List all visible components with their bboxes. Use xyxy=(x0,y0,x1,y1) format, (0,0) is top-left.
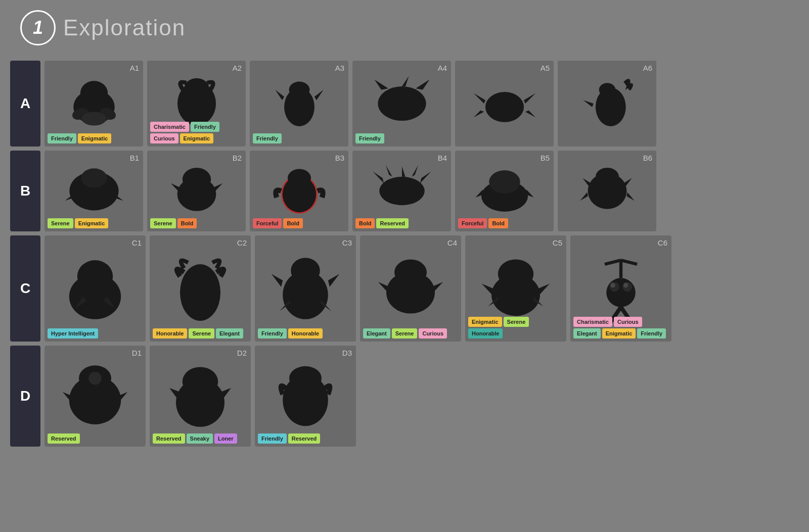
row-label-B: B xyxy=(10,151,40,231)
tag-friendly: Friendly xyxy=(355,133,384,143)
cell-A4[interactable]: A4Friendly xyxy=(352,61,451,147)
page-header: 1 Exploration xyxy=(20,10,799,45)
cell-D3[interactable]: D3FriendlyReserved xyxy=(255,346,356,447)
cell-A1[interactable]: A1FriendlyEnigmatic xyxy=(44,61,143,147)
tags-B4: BoldReserved xyxy=(355,218,409,228)
page-title: Exploration xyxy=(63,15,186,40)
svg-point-14 xyxy=(81,168,107,187)
step-number: 1 xyxy=(20,10,56,45)
svg-point-27 xyxy=(180,264,220,321)
creature-D3 xyxy=(255,346,356,447)
tag-honorable: Honorable xyxy=(468,328,503,338)
cell-C2[interactable]: C2HonorableSereneElegant xyxy=(150,235,251,342)
cell-C4[interactable]: C4ElegantSereneCurious xyxy=(360,235,461,342)
cell-B4[interactable]: B4BoldReserved xyxy=(352,151,451,231)
cell-C6[interactable]: C6CharismaticCuriousElegantEnigmaticFrie… xyxy=(570,235,671,342)
cell-C1[interactable]: C1Hyper Intelligent xyxy=(44,235,146,342)
cell-A3[interactable]: A3Friendly xyxy=(250,61,348,147)
cell-C5[interactable]: C5EnigmaticSereneHonorable xyxy=(465,235,566,342)
tags-A2: CharismaticFriendlyCuriousEnigmatic xyxy=(150,122,244,143)
cell-A2[interactable]: A2CharismaticFriendlyCuriousEnigmatic xyxy=(147,61,246,147)
cell-D2[interactable]: D2ReservedSneakyLoner xyxy=(150,346,251,447)
cell-B1[interactable]: B1SereneEnigmatic xyxy=(44,151,143,231)
cell-B3[interactable]: B3ForcefulBold xyxy=(250,151,348,231)
tags-B1: SereneEnigmatic xyxy=(48,218,108,228)
creature-C4 xyxy=(360,235,461,342)
creature-C2 xyxy=(150,235,251,342)
svg-point-31 xyxy=(394,259,427,285)
svg-point-33 xyxy=(498,259,533,288)
cell-B6[interactable]: B6 xyxy=(558,151,656,231)
svg-point-6 xyxy=(184,78,209,99)
creature-A6 xyxy=(558,61,656,147)
tag-honorable: Honorable xyxy=(153,328,187,338)
tag-serene: Serene xyxy=(504,317,529,327)
tags-B5: ForcefulBold xyxy=(458,218,508,228)
tag-sneaky: Sneaky xyxy=(187,433,213,444)
tags-C1: Hyper Intelligent xyxy=(48,328,98,338)
tag-bold: Bold xyxy=(283,218,302,228)
cell-A5[interactable]: A5 xyxy=(455,61,554,147)
creature-C3 xyxy=(255,235,356,342)
svg-point-1 xyxy=(80,81,107,106)
tag-enigmatic: Enigmatic xyxy=(75,218,109,228)
creature-A5 xyxy=(455,61,554,147)
cell-D1[interactable]: D1Reserved xyxy=(44,346,146,447)
row-label-C: C xyxy=(10,235,40,342)
svg-point-46 xyxy=(88,372,102,385)
tag-forceful: Forceful xyxy=(458,218,487,228)
cell-B5[interactable]: B5ForcefulBold xyxy=(455,151,554,231)
tag-serene: Serene xyxy=(189,328,214,338)
svg-line-41 xyxy=(621,260,637,264)
svg-point-38 xyxy=(623,283,628,288)
tag-honorable: Honorable xyxy=(288,328,323,338)
tags-A1: FriendlyEnigmatic xyxy=(48,133,111,143)
tags-C5: EnigmaticSereneHonorable xyxy=(468,317,564,338)
row-C: CC1Hyper IntelligentC2HonorableSereneEle… xyxy=(10,235,799,342)
svg-point-12 xyxy=(599,83,615,96)
svg-point-26 xyxy=(77,260,113,293)
creature-D2 xyxy=(150,346,251,447)
svg-point-48 xyxy=(183,367,218,396)
cell-C3[interactable]: C3FriendlyHonorable xyxy=(255,235,356,342)
tag-bold: Bold xyxy=(355,218,375,228)
tag-enigmatic: Enigmatic xyxy=(468,317,502,327)
svg-point-24 xyxy=(595,168,618,186)
svg-line-40 xyxy=(605,260,621,264)
tag-charismatic: Charismatic xyxy=(573,317,612,327)
row-B: BB1SereneEnigmaticB2SereneBoldB3Forceful… xyxy=(10,151,799,231)
tag-serene: Serene xyxy=(392,328,418,338)
tag-reserved: Reserved xyxy=(376,218,409,228)
row-label-A: A xyxy=(10,61,40,147)
svg-point-37 xyxy=(610,283,615,288)
tags-B3: ForcefulBold xyxy=(253,218,303,228)
exploration-grid: AA1FriendlyEnigmaticA2CharismaticFriendl… xyxy=(10,61,799,447)
tags-C3: FriendlyHonorable xyxy=(258,328,323,338)
tags-B2: SereneBold xyxy=(150,218,197,228)
tag-enigmatic: Enigmatic xyxy=(78,133,112,143)
tag-friendly: Friendly xyxy=(253,133,282,143)
tag-friendly: Friendly xyxy=(258,433,287,444)
creature-D1 xyxy=(44,346,146,447)
cell-A6[interactable]: A6 xyxy=(558,61,656,147)
tags-C6: CharismaticCuriousElegantEnigmaticFriend… xyxy=(573,317,669,338)
tag-reserved: Reserved xyxy=(153,433,185,444)
tag-curious: Curious xyxy=(150,133,178,143)
tag-serene: Serene xyxy=(150,218,176,228)
svg-point-20 xyxy=(379,177,425,205)
tag-serene: Serene xyxy=(48,218,73,228)
tags-A3: Friendly xyxy=(253,133,282,143)
row-label-D: D xyxy=(10,346,40,447)
svg-point-34 xyxy=(606,278,636,307)
tag-enigmatic: Enigmatic xyxy=(602,328,636,338)
tag-curious: Curious xyxy=(419,328,447,338)
svg-point-16 xyxy=(182,168,210,191)
tags-C2: HonorableSereneElegant xyxy=(153,328,243,338)
svg-point-50 xyxy=(289,366,322,391)
tags-D3: FriendlyReserved xyxy=(258,433,320,444)
tags-D2: ReservedSneakyLoner xyxy=(153,433,237,444)
tag-forceful: Forceful xyxy=(253,218,282,228)
tag-friendly: Friendly xyxy=(258,328,287,338)
cell-B2[interactable]: B2SereneBold xyxy=(147,151,246,231)
tag-enigmatic: Enigmatic xyxy=(180,133,214,143)
